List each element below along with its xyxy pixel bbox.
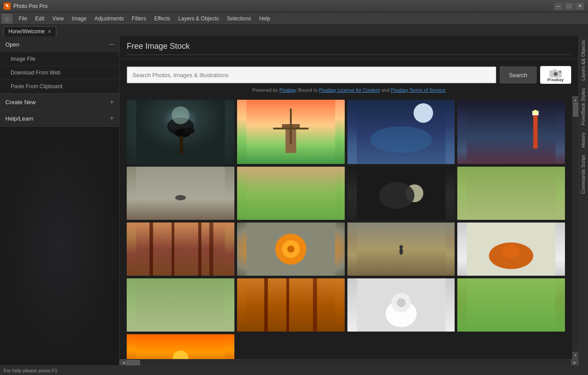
right-tab-layers-objects[interactable]: Layers && Objects <box>579 36 588 84</box>
right-tab-commands[interactable]: Commands Script <box>579 151 588 197</box>
sidebar-section-create-new: Create New + <box>0 94 119 110</box>
close-button[interactable]: ✕ <box>575 2 584 10</box>
window-controls: ─ □ ✕ <box>553 2 584 10</box>
svg-rect-47 <box>136 278 225 332</box>
image-grid <box>120 96 572 359</box>
status-text: For help please press F1 <box>4 368 58 373</box>
pixabay-brand-text: Pixabay <box>547 78 564 82</box>
sidebar-create-toggle: + <box>110 98 114 106</box>
grid-image-lighthouse[interactable] <box>457 100 565 164</box>
sidebar-open-toggle: ─ <box>109 40 114 48</box>
search-button[interactable]: Search <box>500 66 537 83</box>
right-tab-history[interactable]: History <box>579 129 588 151</box>
sidebar-item-image-file[interactable]: Image File <box>0 52 119 66</box>
fawn-svg <box>127 278 234 332</box>
scroll-right-arrow[interactable]: ▶ <box>571 359 578 366</box>
scroll-left-arrow[interactable]: ◀ <box>120 359 127 366</box>
sidebar-help-label: Help/Learn <box>5 115 34 122</box>
sidebar-section-create-header[interactable]: Create New + <box>0 94 119 110</box>
grid-image-flower[interactable] <box>237 223 345 276</box>
deer-svg <box>457 167 565 220</box>
cows2-svg <box>457 278 565 332</box>
svg-point-2 <box>554 73 557 75</box>
sidebar-section-open: Open ─ Image File Download From Web Past… <box>0 36 119 94</box>
menu-adjustments[interactable]: Adjustments <box>91 14 127 23</box>
svg-rect-10 <box>179 136 183 154</box>
home-icon[interactable]: ⌂ <box>2 14 12 23</box>
tab-bar: Hone/Welcome ✕ <box>0 25 588 36</box>
pixabay-link[interactable]: Pixabay <box>279 87 296 93</box>
sidebar: Open ─ Image File Download From Web Past… <box>0 36 120 365</box>
svg-rect-27 <box>246 167 335 220</box>
svg-rect-48 <box>246 278 335 332</box>
svg-point-7 <box>171 106 189 124</box>
menu-layers-objects[interactable]: Layers & Objects <box>175 14 222 23</box>
menu-effects[interactable]: Effects <box>151 14 174 23</box>
scroll-track-h <box>127 360 571 365</box>
fox-svg <box>347 167 455 220</box>
cows-svg <box>237 167 345 220</box>
restore-button[interactable]: □ <box>564 2 574 10</box>
svg-point-30 <box>379 182 414 209</box>
grid-image-fawn[interactable] <box>127 278 234 332</box>
grid-image-fox2[interactable] <box>457 223 565 276</box>
page-title: Free Image Stock <box>127 42 571 51</box>
search-input[interactable] <box>132 72 491 78</box>
sidebar-section-help-learn: Help/Learn + <box>0 110 119 127</box>
sidebar-section-open-header[interactable]: Open ─ <box>0 36 119 52</box>
svg-point-42 <box>399 248 403 255</box>
svg-rect-33 <box>149 223 153 276</box>
svg-rect-35 <box>198 223 201 276</box>
forest-svg <box>127 223 234 276</box>
main-layout: Open ─ Image File Download From Web Past… <box>0 36 588 365</box>
scroll-thumb-h[interactable] <box>127 360 140 365</box>
menu-image[interactable]: Image <box>68 14 90 23</box>
scrollbar-down-arrow[interactable]: ▼ <box>572 352 579 359</box>
right-tab-fore-back[interactable]: Fore/Back Styles <box>579 84 588 129</box>
app-icon: ✎ <box>4 3 11 10</box>
scrollbar-track <box>573 103 578 352</box>
grid-image-deer1[interactable] <box>457 167 565 220</box>
beach-svg <box>127 167 234 220</box>
pixabay-logo: Pixabay <box>540 66 571 84</box>
grid-image-dog[interactable] <box>347 278 455 332</box>
menu-view[interactable]: View <box>49 14 67 23</box>
grid-image-crow[interactable] <box>127 100 234 164</box>
tab-home-welcome[interactable]: Hone/Welcome ✕ <box>4 26 56 36</box>
dog-svg <box>347 278 455 332</box>
scrollbar-thumb[interactable] <box>573 103 578 117</box>
grid-image-field[interactable] <box>347 223 455 276</box>
menu-help[interactable]: Help <box>256 14 274 23</box>
grid-image-sunset[interactable] <box>127 334 234 359</box>
terms-link[interactable]: Pixabay Terms of Service <box>391 87 446 93</box>
svg-rect-50 <box>286 278 289 332</box>
menu-file[interactable]: File <box>15 14 31 23</box>
minimize-button[interactable]: ─ <box>553 2 563 10</box>
svg-rect-56 <box>467 278 556 332</box>
sidebar-item-download-web[interactable]: Download From Web <box>0 66 119 80</box>
grid-image-autumn[interactable] <box>237 278 345 332</box>
menu-edit[interactable]: Edit <box>31 14 48 23</box>
grid-image-forest[interactable] <box>127 223 234 276</box>
license-link[interactable]: Pixabay License for Content <box>319 87 380 93</box>
sidebar-dark-area <box>0 127 119 365</box>
svg-rect-22 <box>533 113 538 148</box>
menu-selections[interactable]: Selections <box>223 14 255 23</box>
grid-image-cows2[interactable] <box>457 278 565 332</box>
grid-image-fox1[interactable] <box>347 167 455 220</box>
scrollbar-up-arrow[interactable]: ▲ <box>572 96 579 103</box>
moon-svg <box>347 100 455 164</box>
sidebar-section-help-header[interactable]: Help/Learn + <box>0 110 119 126</box>
app-title: Photo Pos Pro <box>13 3 47 9</box>
svg-point-19 <box>413 103 433 123</box>
sidebar-item-paste-clipboard[interactable]: Paste From Clipboard <box>0 80 119 94</box>
grid-image-windmill[interactable] <box>237 100 345 164</box>
menu-filters[interactable]: Filters <box>128 14 150 23</box>
grid-image-beach[interactable] <box>127 167 234 220</box>
grid-image-moon[interactable] <box>347 100 455 164</box>
lighthouse-svg <box>457 100 565 164</box>
tab-close-icon[interactable]: ✕ <box>47 29 51 35</box>
svg-point-43 <box>399 245 403 249</box>
grid-image-cows1[interactable] <box>237 167 345 220</box>
powered-by-text: Powered by Pixabay Bound to Pixabay Lice… <box>120 87 578 96</box>
